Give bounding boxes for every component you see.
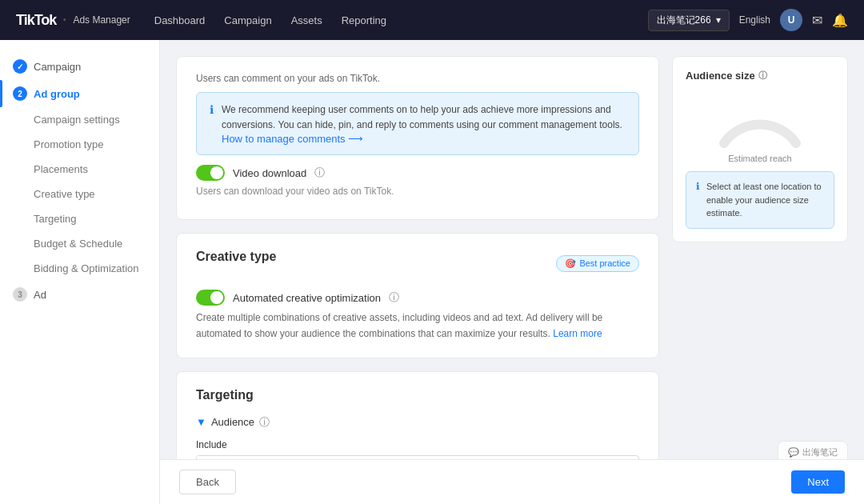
- sidebar-item-placements[interactable]: Placements: [0, 157, 159, 182]
- sidebar-creative-type-label: Creative type: [34, 188, 95, 200]
- audience-title-help-icon[interactable]: ⓘ: [758, 70, 767, 82]
- audience-alert-text: Select at least one location to enable y…: [706, 180, 824, 220]
- sidebar-item-campaign[interactable]: ✓ Campaign: [0, 53, 159, 80]
- back-button[interactable]: Back: [179, 470, 236, 494]
- nav-campaign[interactable]: Campaign: [224, 11, 271, 30]
- video-download-description: Users can download your video ads on Tik…: [196, 186, 639, 197]
- sidebar-item-creative-type[interactable]: Creative type: [0, 182, 159, 206]
- nav-reporting[interactable]: Reporting: [342, 11, 386, 30]
- sidebar-campaign-settings-label: Campaign settings: [34, 114, 120, 126]
- auto-creative-description: Create multiple combinations of creative…: [196, 310, 639, 341]
- comment-info-box: ℹ We recommend keeping user comments on …: [196, 92, 639, 155]
- content-area: Users can comment on your ads on TikTok.…: [176, 56, 659, 488]
- sidebar-item-adgroup[interactable]: 2 Ad group: [0, 80, 159, 107]
- video-download-label: Video download: [233, 167, 306, 179]
- top-navigation: TikTok · Ads Manager Dashboard Campaign …: [0, 0, 864, 40]
- sidebar-item-bidding-optimization[interactable]: Bidding & Optimization: [0, 256, 159, 281]
- account-name: 出海笔记266: [657, 14, 711, 27]
- best-practice-label: Best practice: [579, 258, 630, 268]
- sidebar-item-campaign-settings[interactable]: Campaign settings: [0, 107, 159, 132]
- language-label[interactable]: English: [739, 14, 770, 26]
- best-practice-icon: 🎯: [565, 258, 576, 269]
- sidebar: ✓ Campaign 2 Ad group Campaign settings …: [0, 40, 160, 504]
- sidebar-adgroup-label: Ad group: [34, 88, 80, 100]
- tiktok-logo-icon: TikTok: [16, 12, 56, 29]
- sidebar-campaign-label: Campaign: [34, 61, 81, 73]
- audience-size-title: Audience size ⓘ: [686, 70, 834, 82]
- sidebar-bidding-label: Bidding & Optimization: [34, 262, 139, 274]
- sidebar-targeting-label: Targeting: [34, 213, 76, 225]
- gauge-svg: [712, 91, 808, 147]
- video-download-toggle[interactable]: [196, 165, 225, 181]
- audience-label: Audience: [211, 416, 254, 428]
- audience-help-icon[interactable]: ⓘ: [259, 415, 270, 430]
- right-panel: Audience size ⓘ Estimated reach ℹ Select…: [672, 56, 848, 488]
- sidebar-item-budget-schedule[interactable]: Budget & Schedule: [0, 231, 159, 256]
- learn-more-link[interactable]: Learn more: [553, 328, 602, 339]
- video-download-row: Video download ⓘ: [196, 165, 639, 181]
- info-text: We recommend keeping user comments on to…: [222, 102, 626, 133]
- next-button[interactable]: Next: [791, 470, 845, 494]
- targeting-title: Targeting: [196, 388, 639, 402]
- info-content: We recommend keeping user comments on to…: [222, 102, 626, 145]
- bell-icon[interactable]: 🔔: [832, 13, 848, 28]
- topnav-right: 出海笔记266 ▾ English U ✉ 🔔: [648, 9, 848, 31]
- sidebar-budget-schedule-label: Budget & Schedule: [34, 238, 122, 250]
- info-icon: ℹ: [210, 103, 214, 145]
- sidebar-item-targeting[interactable]: Targeting: [0, 206, 159, 231]
- include-label: Include: [196, 439, 639, 450]
- main-content: Users can comment on your ads on TikTok.…: [160, 40, 864, 504]
- nav-links: Dashboard Campaign Assets Reporting: [154, 11, 624, 30]
- main-layout: ✓ Campaign 2 Ad group Campaign settings …: [0, 0, 864, 504]
- account-dropdown[interactable]: 出海笔记266 ▾: [648, 10, 730, 31]
- nav-dashboard[interactable]: Dashboard: [154, 11, 206, 30]
- audience-alert-icon: ℹ: [696, 181, 700, 220]
- how-to-manage-link[interactable]: How to manage comments ⟶: [222, 133, 363, 145]
- best-practice-badge: 🎯 Best practice: [556, 255, 639, 272]
- auto-creative-help-icon[interactable]: ⓘ: [389, 290, 399, 305]
- watermark-text: 出海笔记: [802, 446, 838, 458]
- brand-logo: TikTok · Ads Manager: [16, 12, 130, 29]
- link-arrow-icon: ⟶: [348, 133, 363, 145]
- comment-notice: Users can comment on your ads on TikTok.: [196, 73, 639, 84]
- audience-header[interactable]: ▼ Audience ⓘ: [196, 415, 639, 430]
- dropdown-arrow-icon: ▾: [716, 14, 721, 26]
- creative-type-header: Creative type 🎯 Best practice: [196, 250, 639, 277]
- step-3-indicator: 3: [13, 287, 27, 302]
- comments-card: Users can comment on your ads on TikTok.…: [176, 56, 659, 220]
- gauge-chart: [686, 91, 834, 147]
- creative-type-card: Creative type 🎯 Best practice Automated …: [176, 233, 659, 358]
- how-to-manage-label: How to manage comments: [222, 133, 346, 145]
- step-1-indicator: ✓: [13, 59, 27, 74]
- estimated-reach-label: Estimated reach: [686, 154, 834, 163]
- auto-creative-label: Automated creative optimization: [233, 292, 381, 304]
- step-2-indicator: 2: [13, 86, 27, 101]
- sidebar-promotion-type-label: Promotion type: [34, 138, 103, 150]
- video-download-help-icon[interactable]: ⓘ: [314, 166, 325, 180]
- watermark-icon: 💬: [788, 447, 799, 458]
- sidebar-item-promotion-type[interactable]: Promotion type: [0, 132, 159, 157]
- mail-icon[interactable]: ✉: [812, 13, 822, 28]
- audience-size-card: Audience size ⓘ Estimated reach ℹ Select…: [672, 56, 848, 242]
- auto-creative-row: Automated creative optimization ⓘ: [196, 290, 639, 306]
- avatar[interactable]: U: [780, 9, 802, 31]
- sidebar-ad-label: Ad: [34, 289, 46, 301]
- audience-arrow-icon: ▼: [196, 416, 206, 428]
- ads-manager-label: Ads Manager: [73, 14, 130, 26]
- creative-type-title: Creative type: [196, 250, 277, 264]
- nav-assets[interactable]: Assets: [291, 11, 322, 30]
- bottom-bar: Back Next: [160, 459, 864, 504]
- sidebar-placements-label: Placements: [34, 163, 88, 175]
- separator: ·: [62, 12, 66, 29]
- audience-alert: ℹ Select at least one location to enable…: [686, 171, 834, 229]
- sidebar-item-ad[interactable]: 3 Ad: [0, 281, 159, 308]
- auto-creative-toggle[interactable]: [196, 290, 225, 306]
